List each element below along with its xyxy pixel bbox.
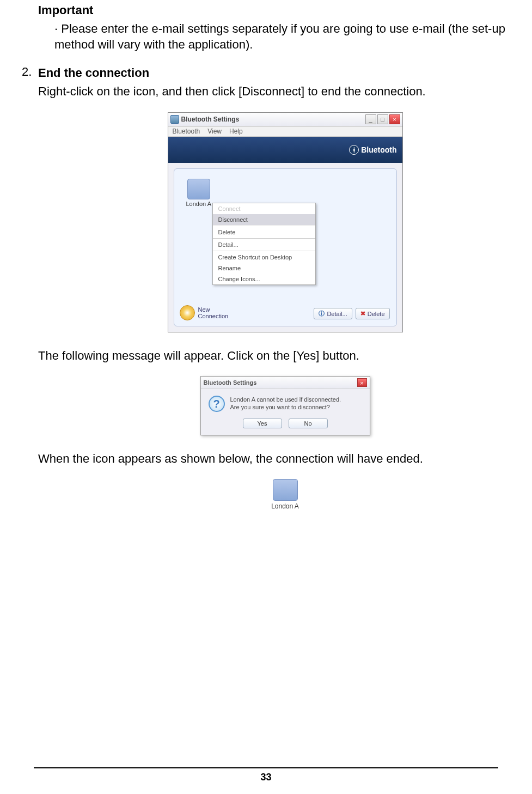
step-title: End the connection: [38, 65, 532, 81]
delete-button[interactable]: ✖ Delete: [356, 308, 390, 319]
menu-bar: Bluetooth View Help: [168, 126, 402, 137]
confirm-dialog: Bluetooth Settings × ? London A cannot b…: [200, 376, 370, 435]
page-footer: 33: [0, 767, 532, 783]
device-label: London A: [186, 201, 212, 207]
detail-button-label: Detail...: [327, 311, 347, 317]
after-dialog-text: When the icon appears as shown below, th…: [38, 451, 532, 467]
menu-bluetooth[interactable]: Bluetooth: [173, 128, 200, 135]
device-item[interactable]: London A: [186, 179, 212, 207]
new-connection-button[interactable]: New Connection: [180, 305, 229, 320]
context-menu-detail[interactable]: Detail...: [213, 239, 315, 250]
context-menu-delete[interactable]: Delete: [213, 227, 315, 238]
context-menu-change-icons[interactable]: Change Icons...: [213, 274, 315, 284]
question-icon: ?: [209, 396, 225, 412]
info-icon: ⓘ: [319, 310, 325, 318]
no-button[interactable]: No: [289, 419, 328, 428]
delete-button-label: Delete: [368, 311, 385, 317]
dialog-title-text: Bluetooth Settings: [204, 379, 357, 386]
final-device-icon: London A: [266, 479, 304, 510]
menu-view[interactable]: View: [207, 128, 222, 135]
titlebar: Bluetooth Settings _ □ ×: [168, 113, 402, 126]
close-button[interactable]: ×: [389, 114, 400, 124]
yes-button[interactable]: Yes: [243, 419, 282, 428]
bluetooth-logo: ᚼ Bluetooth: [349, 145, 396, 155]
context-menu-disconnect[interactable]: Disconnect: [213, 214, 315, 225]
window-title: Bluetooth Settings: [181, 116, 365, 123]
x-icon: ✖: [360, 310, 365, 317]
step-instruction: Right-click on the icon, and then click …: [38, 83, 532, 100]
dialog-message-line2: Are you sure you want to disconnect?: [230, 403, 341, 411]
final-device-label: London A: [266, 502, 304, 510]
app-icon: [170, 115, 179, 124]
bluetooth-logo-text: Bluetooth: [361, 146, 396, 154]
banner: ᚼ Bluetooth: [168, 137, 402, 163]
device-panel: London A Connect Disconnect Delete Detai…: [174, 168, 397, 326]
bluetooth-symbol-icon: ᚼ: [349, 145, 359, 155]
bluetooth-settings-window: Bluetooth Settings _ □ × Bluetooth View …: [168, 112, 403, 332]
after-window-text: The following message will appear. Click…: [38, 348, 532, 364]
context-menu-create-shortcut[interactable]: Create Shortcut on Desktop: [213, 252, 315, 263]
antenna-icon: [180, 305, 195, 320]
dialog-close-button[interactable]: ×: [357, 378, 367, 387]
step-number: 2.: [22, 65, 38, 510]
important-heading: Important: [38, 2, 532, 19]
context-menu-connect[interactable]: Connect: [213, 203, 315, 214]
minimize-button[interactable]: _: [365, 114, 376, 124]
important-body: · Please enter the e-mail settings separ…: [54, 21, 532, 53]
menu-help[interactable]: Help: [229, 128, 243, 135]
dialog-titlebar: Bluetooth Settings ×: [201, 377, 370, 389]
context-menu-rename[interactable]: Rename: [213, 263, 315, 274]
important-body-text: Please enter the e-mail settings separat…: [54, 22, 505, 52]
new-connection-line2: Connection: [198, 313, 229, 319]
detail-button[interactable]: ⓘ Detail...: [314, 308, 352, 319]
device-icon: [187, 179, 210, 199]
device-icon: [273, 479, 298, 501]
maximize-button[interactable]: □: [377, 114, 388, 124]
new-connection-line1: New: [198, 306, 229, 313]
context-menu: Connect Disconnect Delete Detail... Crea…: [212, 203, 316, 285]
dialog-message-line1: London A cannot be used if disconnected.: [230, 396, 341, 403]
page-number: 33: [0, 772, 532, 783]
